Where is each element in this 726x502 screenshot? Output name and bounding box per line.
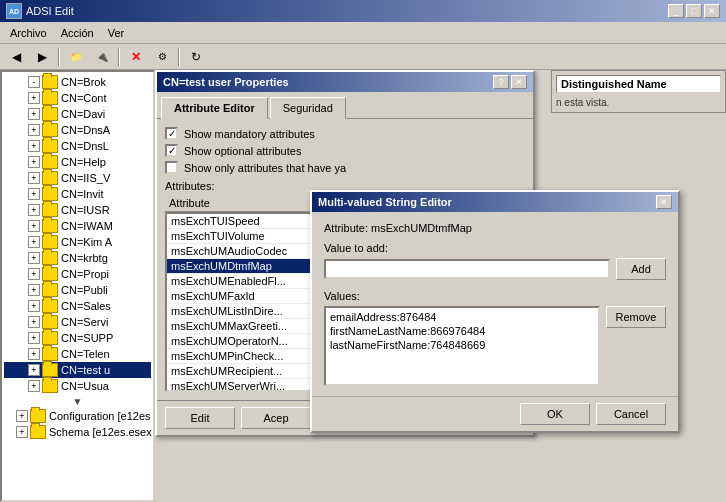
tab-seguridad[interactable]: Seguridad: [270, 97, 346, 119]
attr-cell-name-10: msExchUMRecipient...: [167, 364, 327, 378]
tab-attribute-editor[interactable]: Attribute Editor: [161, 97, 268, 119]
tree-item-label: CN=Cont: [61, 92, 107, 104]
mve-title-bar: Multi-valued String Editor ✕: [312, 192, 678, 212]
mve-close-button[interactable]: ✕: [656, 195, 672, 209]
right-info-panel: Distinguished Name n esta vista.: [551, 70, 726, 113]
tree-item-label: CN=SUPP: [61, 332, 113, 344]
tree-item-19[interactable]: + CN=Usua: [4, 378, 151, 394]
checkbox-optional-box[interactable]: ✓: [165, 144, 178, 157]
mve-listbox[interactable]: emailAddress:876484firstNameLastName:866…: [324, 306, 600, 386]
tree-bottom-item-1[interactable]: + Schema [e12es.esex: [4, 424, 151, 440]
tree-scroll-down: ▼: [4, 394, 151, 408]
edit-button[interactable]: Edit: [165, 407, 235, 429]
tree-item-label: CN=Help: [61, 156, 106, 168]
menu-ver[interactable]: Ver: [102, 25, 131, 41]
tree-item-11[interactable]: + CN=krbtg: [4, 250, 151, 266]
tree-item-label: CN=test u: [61, 364, 110, 376]
tree-item-label: CN=Servi: [61, 316, 108, 328]
tree-item-9[interactable]: + CN=IWAM: [4, 218, 151, 234]
tree-bottom-item-label: Schema [e12es.esex: [49, 426, 152, 438]
main-layout: - CN=Brok + CN=Cont + CN=Davi + CN=DnsA …: [0, 70, 726, 502]
tab-bar: Attribute Editor Seguridad: [157, 92, 533, 118]
tree-item-label: CN=Sales: [61, 300, 111, 312]
dialog-close-button[interactable]: ✕: [511, 75, 527, 89]
tree-item-16[interactable]: + CN=SUPP: [4, 330, 151, 346]
tree-item-0[interactable]: - CN=Brok: [4, 74, 151, 90]
mve-add-button[interactable]: Add: [616, 258, 666, 280]
tree-item-15[interactable]: + CN=Servi: [4, 314, 151, 330]
connect-button[interactable]: 🔌: [90, 46, 114, 68]
attr-cell-name-9: msExchUMPinCheck...: [167, 349, 327, 363]
attr-cell-name-6: msExchUMListInDire...: [167, 304, 327, 318]
tree-item-label: CN=IUSR: [61, 204, 110, 216]
title-bar-buttons[interactable]: _ □ ✕: [668, 4, 720, 18]
tree-item-13[interactable]: + CN=Publi: [4, 282, 151, 298]
checkbox-has-values: Show only attributes that have ya: [165, 161, 525, 174]
mve-input-row: Add: [324, 258, 666, 280]
mve-ok-button[interactable]: OK: [520, 403, 590, 425]
mve-values-label: Values:: [324, 290, 666, 302]
tree-bottom-item-0[interactable]: + Configuration [e12es: [4, 408, 151, 424]
mve-list-item-1[interactable]: firstNameLastName:866976484: [328, 324, 596, 338]
mve-bottom-bar: OK Cancel: [312, 396, 678, 431]
mve-list-item-0[interactable]: emailAddress:876484: [328, 310, 596, 324]
tree-item-label: CN=Brok: [61, 76, 106, 88]
tree-item-3[interactable]: + CN=DnsA: [4, 122, 151, 138]
tree-item-4[interactable]: + CN=DnsL: [4, 138, 151, 154]
tree-item-label: CN=IIS_V: [61, 172, 110, 184]
maximize-button[interactable]: □: [686, 4, 702, 18]
tree-item-7[interactable]: + CN=Invit: [4, 186, 151, 202]
mve-remove-button[interactable]: Remove: [606, 306, 666, 328]
app-title-bar: AD ADSI Edit _ □ ✕: [0, 0, 726, 22]
minimize-button[interactable]: _: [668, 4, 684, 18]
checkbox-optional: ✓ Show optional attributes: [165, 144, 525, 157]
tree-panel: - CN=Brok + CN=Cont + CN=Davi + CN=DnsA …: [0, 70, 155, 502]
col-header-attribute[interactable]: Attribute: [165, 195, 325, 211]
attr-cell-name-3: msExchUMDtmfMap: [167, 259, 327, 273]
toolbar-separator-2: [118, 48, 120, 66]
tree-item-2[interactable]: + CN=Davi: [4, 106, 151, 122]
tree-item-14[interactable]: + CN=Sales: [4, 298, 151, 314]
up-button[interactable]: 📁: [64, 46, 88, 68]
menu-accion[interactable]: Acción: [55, 25, 100, 41]
tree-item-label: CN=krbtg: [61, 252, 108, 264]
refresh-button[interactable]: ↻: [184, 46, 208, 68]
back-button[interactable]: ◀: [4, 46, 28, 68]
content-area: Distinguished Name n esta vista. CN=test…: [155, 70, 726, 502]
dialog-title-buttons[interactable]: ? ✕: [493, 75, 527, 89]
tree-item-10[interactable]: + CN=Kim A: [4, 234, 151, 250]
checkbox-has-values-label: Show only attributes that have ya: [184, 162, 346, 174]
menu-archivo[interactable]: Archivo: [4, 25, 53, 41]
properties-button[interactable]: ⚙: [150, 46, 174, 68]
attr-cell-name-7: msExchUMMaxGreeti...: [167, 319, 327, 333]
mve-side-buttons: Remove: [606, 306, 666, 386]
attr-cell-name-5: msExchUMFaxId: [167, 289, 327, 303]
mve-list-item-2[interactable]: lastNameFirstName:764848669: [328, 338, 596, 352]
tree-item-18[interactable]: + CN=test u: [4, 362, 151, 378]
tree-item-8[interactable]: + CN=IUSR: [4, 202, 151, 218]
delete-button[interactable]: ✕: [124, 46, 148, 68]
help-button[interactable]: ?: [493, 75, 509, 89]
tree-item-label: CN=DnsA: [61, 124, 110, 136]
tree-item-12[interactable]: + CN=Propi: [4, 266, 151, 282]
app-title: ADSI Edit: [26, 5, 74, 17]
mve-content: Attribute: msExchUMDtmfMap Value to add:…: [312, 212, 678, 396]
properties-title-bar: CN=test user Properties ? ✕: [157, 72, 533, 92]
mve-value-input[interactable]: [324, 259, 610, 279]
tree-item-label: CN=Kim A: [61, 236, 112, 248]
tree-item-1[interactable]: + CN=Cont: [4, 90, 151, 106]
forward-button[interactable]: ▶: [30, 46, 54, 68]
distinguished-name-label: Distinguished Name: [556, 75, 721, 93]
checkbox-has-values-box[interactable]: [165, 161, 178, 174]
accept-button[interactable]: Acep: [241, 407, 311, 429]
attr-cell-name-11: msExchUMServerWri...: [167, 379, 327, 392]
tree-item-6[interactable]: + CN=IIS_V: [4, 170, 151, 186]
mve-cancel-button[interactable]: Cancel: [596, 403, 666, 425]
tree-item-5[interactable]: + CN=Help: [4, 154, 151, 170]
close-button[interactable]: ✕: [704, 4, 720, 18]
checkbox-mandatory-box[interactable]: ✓: [165, 127, 178, 140]
tree-item-17[interactable]: + CN=Telen: [4, 346, 151, 362]
toolbar-separator-3: [178, 48, 180, 66]
tree-item-label: CN=Publi: [61, 284, 108, 296]
tree-item-label: CN=Davi: [61, 108, 105, 120]
